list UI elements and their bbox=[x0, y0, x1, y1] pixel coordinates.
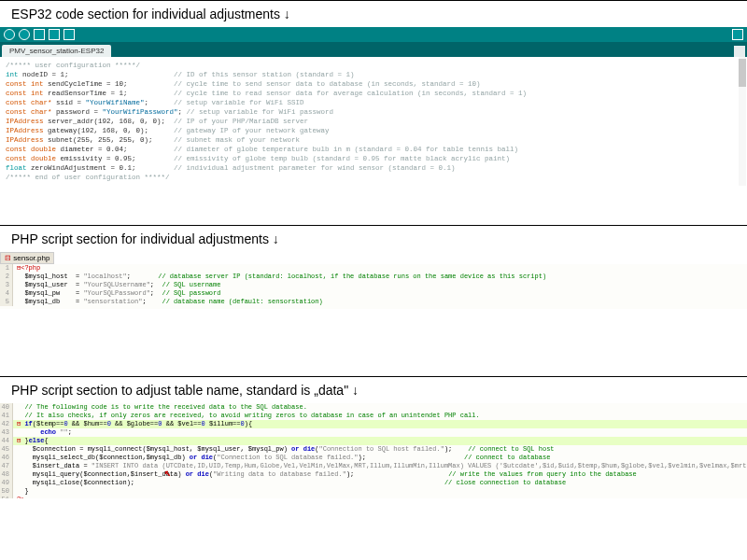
code-line: 51?> bbox=[0, 496, 747, 498]
heading-php-table: PHP script section to adjust table name,… bbox=[0, 377, 747, 403]
code-line: const int sendCycleTime = 10; // cycle t… bbox=[6, 79, 741, 89]
section-php-config: PHP script section for individual adjust… bbox=[0, 225, 747, 309]
code-line: float zeroWindAdjustment = 0.1; // indiv… bbox=[6, 163, 741, 173]
code-line: 2 $mysql_host = "localhost"; // database… bbox=[0, 273, 747, 281]
code-line: const char* password = "YourWifiPassword… bbox=[6, 107, 741, 117]
code-line: 4 $mysql_pw = "YourSQLPassword"; // SQL … bbox=[0, 289, 747, 298]
section-esp32: ESP32 code section for individual adjust… bbox=[0, 0, 747, 186]
section-php-table: PHP script section to adjust table name,… bbox=[0, 376, 747, 498]
scroll-thumb[interactable] bbox=[739, 59, 746, 87]
code-line: int nodeID = 1; // ID of this sensor sta… bbox=[6, 70, 741, 79]
code-line: 5 $mysql_db = "sensorstation"; // databa… bbox=[0, 298, 747, 306]
code-line: 49 mysqli_close($connection); // close c… bbox=[0, 479, 747, 487]
code-line: 3 $mysql_user = "YourSQLUsername"; // SQ… bbox=[0, 281, 747, 289]
code-line: IPAddress gateway(192, 168, 0, 0); // ga… bbox=[6, 126, 741, 135]
code-line: /***** user configuration *****/ bbox=[6, 61, 741, 70]
toolbar-left bbox=[4, 29, 75, 40]
php-table-code-area[interactable]: 40 // The following code is to write the… bbox=[0, 403, 747, 498]
verify-icon[interactable] bbox=[4, 29, 15, 40]
code-line: /***** end of user configuration *****/ bbox=[6, 173, 741, 182]
esp32-code-area[interactable]: /***** user configuration *****/int node… bbox=[0, 57, 747, 186]
heading-esp32: ESP32 code section for individual adjust… bbox=[0, 1, 747, 27]
scrollbar[interactable] bbox=[739, 57, 746, 186]
code-line: 46 mysqli_select_db($connection,$mysql_d… bbox=[0, 454, 747, 462]
code-line: 44⊟ }else{ bbox=[0, 437, 747, 445]
code-line: 50 } bbox=[0, 487, 747, 496]
toolbar-right bbox=[732, 29, 743, 40]
code-line: 48 mysqli_query($connection,$insert_data… bbox=[0, 470, 747, 479]
save-icon[interactable] bbox=[63, 29, 75, 40]
filename-label: sensor.php bbox=[13, 254, 49, 262]
code-line: IPAddress server_addr(192, 168, 0, 0); /… bbox=[6, 117, 741, 126]
tab-dropdown-icon[interactable] bbox=[734, 46, 745, 57]
code-line: 47 $insert_data = "INSERT INTO data (UTC… bbox=[0, 462, 747, 470]
upload-icon[interactable] bbox=[19, 29, 30, 40]
heading-php-config: PHP script section for individual adjust… bbox=[0, 226, 747, 252]
code-line: IPAddress subnet(255, 255, 255, 0); // s… bbox=[6, 135, 741, 145]
arduino-tabbar: PMV_sensor_station-ESP32 bbox=[0, 42, 747, 57]
code-line: 1⊟<?php bbox=[0, 264, 747, 273]
code-line: 43 echo ""; bbox=[0, 428, 747, 437]
code-line: 40 // The following code is to write the… bbox=[0, 403, 747, 412]
sketch-tab[interactable]: PMV_sensor_station-ESP32 bbox=[2, 45, 111, 57]
php-file-tab[interactable]: ⊟ sensor.php bbox=[0, 252, 747, 264]
code-line: 42⊟ if($temp==0 && $hum==0 && $globe==0 … bbox=[0, 420, 747, 428]
arduino-toolbar bbox=[0, 27, 747, 42]
red-arrow-icon: ↖ bbox=[164, 469, 171, 478]
code-line: const double diameter = 0.04; // diamete… bbox=[6, 145, 741, 154]
php-config-code-area[interactable]: 1⊟<?php2 $mysql_host = "localhost"; // d… bbox=[0, 264, 747, 309]
code-line: 45 $connection = mysqli_connect($mysql_h… bbox=[0, 445, 747, 454]
serial-monitor-icon[interactable] bbox=[732, 29, 743, 40]
code-line: const double emissivity = 0.95; // emiss… bbox=[6, 154, 741, 163]
new-icon[interactable] bbox=[34, 29, 45, 40]
code-line: const char* ssid = "YourWifiName"; // se… bbox=[6, 98, 741, 107]
heading-text: ESP32 code section for individual adjust… bbox=[11, 7, 290, 21]
code-line: const int readSensorTime = 1; // cycle t… bbox=[6, 89, 741, 98]
open-icon[interactable] bbox=[49, 29, 60, 40]
heading-text: PHP script section to adjust table name,… bbox=[11, 383, 359, 398]
heading-text: PHP script section for individual adjust… bbox=[11, 231, 279, 246]
code-line: 41 // It also checks, if only zeros are … bbox=[0, 412, 747, 420]
